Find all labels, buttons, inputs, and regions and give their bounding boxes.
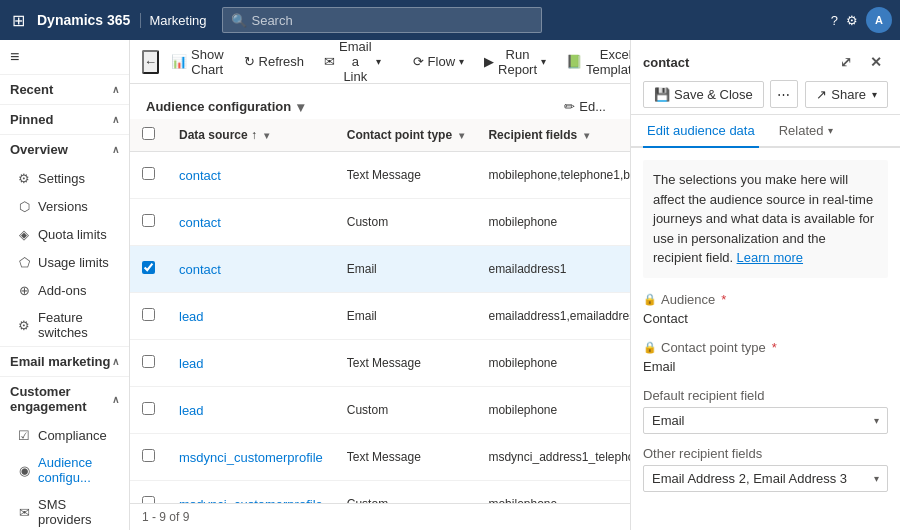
user-avatar[interactable]: A <box>866 7 892 33</box>
share-button[interactable]: ↗ Share ▾ <box>805 81 888 108</box>
sidebar-item-compliance[interactable]: ☑ Compliance <box>0 421 129 449</box>
col-contact-point[interactable]: Contact point type ▾ <box>335 119 477 152</box>
row-checkbox-cell[interactable] <box>130 293 167 340</box>
row-checkbox-cell[interactable] <box>130 340 167 387</box>
sidebar-recent-header[interactable]: Recent ∧ <box>0 74 129 104</box>
flow-button[interactable]: ⟳ Flow ▾ <box>405 49 472 74</box>
default-recipient-dropdown[interactable]: Email ▾ <box>643 407 888 434</box>
recipient-fields-cell: mobilephone,telephone1,busin... <box>476 152 630 199</box>
other-recipient-label: Other recipient fields <box>643 446 888 461</box>
row-checkbox[interactable] <box>142 355 155 368</box>
email-link-button[interactable]: ✉ Email a Link ▾ <box>316 40 389 89</box>
data-source-link[interactable]: contact <box>179 262 221 277</box>
table-row[interactable]: contact Custom mobilephone A # admi... <box>130 199 630 246</box>
sidebar-item-settings[interactable]: ⚙ Settings <box>0 164 129 192</box>
report-icon: ▶ <box>484 54 494 69</box>
learn-more-link[interactable]: Learn more <box>737 250 803 265</box>
row-checkbox[interactable] <box>142 214 155 227</box>
row-checkbox[interactable] <box>142 261 155 274</box>
sidebar-item-feature-switches[interactable]: ⚙ Feature switches <box>0 304 129 346</box>
sidebar-item-addons[interactable]: ⊕ Add-ons <box>0 276 129 304</box>
row-checkbox[interactable] <box>142 449 155 462</box>
data-source-link[interactable]: msdynci_customerprofile <box>179 450 323 465</box>
row-checkbox-cell[interactable] <box>130 434 167 481</box>
expand-icon[interactable]: ⤢ <box>834 50 858 74</box>
table-row[interactable]: lead Custom mobilephone A # admi... <box>130 387 630 434</box>
sidebar-email-header[interactable]: Email marketing ∧ <box>0 346 129 376</box>
overview-chevron: ∧ <box>112 144 119 155</box>
help-icon[interactable]: ? <box>831 13 838 28</box>
table-row[interactable]: contact Email emailaddress1 A # admi... <box>130 246 630 293</box>
audience-field-section: 🔒 Audience Contact <box>643 292 888 328</box>
show-chart-button[interactable]: 📊 Show Chart <box>163 42 232 82</box>
sidebar-customer-header[interactable]: Customer engagement ∧ <box>0 376 129 421</box>
audience-label: 🔒 Audience <box>643 292 888 307</box>
other-recipient-dropdown[interactable]: Email Address 2, Email Address 3 ▾ <box>643 465 888 492</box>
col-recipient-fields[interactable]: Recipient fields ▾ <box>476 119 630 152</box>
refresh-button[interactable]: ↻ Refresh <box>236 49 313 74</box>
usage-icon: ⬠ <box>16 254 32 270</box>
row-checkbox-cell[interactable] <box>130 246 167 293</box>
row-checkbox-cell[interactable] <box>130 199 167 246</box>
settings-icon[interactable]: ⚙ <box>846 13 858 28</box>
sidebar-item-usage[interactable]: ⬠ Usage limits <box>0 248 129 276</box>
table-row[interactable]: lead Text Message mobilephone A # admi..… <box>130 340 630 387</box>
save-close-button[interactable]: 💾 Save & Close <box>643 81 764 108</box>
sidebar-overview-header[interactable]: Overview ∧ <box>0 134 129 164</box>
row-checkbox-cell[interactable] <box>130 387 167 434</box>
content-area: ← 📊 Show Chart ↻ Refresh ✉ Email a Link … <box>130 40 630 530</box>
row-checkbox[interactable] <box>142 167 155 180</box>
table-row[interactable]: contact Text Message mobilephone,telepho… <box>130 152 630 199</box>
data-source-link[interactable]: contact <box>179 215 221 230</box>
share-icon: ↗ <box>816 87 827 102</box>
sidebar-pinned-header[interactable]: Pinned ∧ <box>0 104 129 134</box>
search-box[interactable]: 🔍 Search <box>222 7 542 33</box>
recipient-fields-cell: mobilephone <box>476 340 630 387</box>
contact-point-value: Email <box>643 357 888 376</box>
edit-button[interactable]: ✏ Ed... <box>556 94 614 119</box>
data-source-cell: msdynci_customerprofile <box>167 481 335 504</box>
data-source-link[interactable]: contact <box>179 168 221 183</box>
run-report-button[interactable]: ▶ Run Report ▾ <box>476 42 554 82</box>
table-row[interactable]: lead Email emailaddress1,emailaddress2,e… <box>130 293 630 340</box>
tab-related[interactable]: Related ▾ <box>775 115 837 148</box>
sidebar: ≡ Recent ∧ Pinned ∧ Overview ∧ ⚙ Setting… <box>0 40 130 530</box>
row-checkbox[interactable] <box>142 402 155 415</box>
more-options-button[interactable]: ⋯ <box>770 80 798 108</box>
sort-icon-2: ▾ <box>459 130 464 141</box>
sidebar-item-sms[interactable]: ✉ SMS providers <box>0 491 129 530</box>
top-bar-right: ? ⚙ A <box>831 7 892 33</box>
contact-point-cell: Custom <box>335 387 477 434</box>
sidebar-settings-label: Settings <box>38 171 85 186</box>
select-all-checkbox[interactable] <box>142 127 155 140</box>
dropdown-chevron-1: ▾ <box>874 415 879 426</box>
back-button[interactable]: ← <box>142 50 159 74</box>
select-all-header[interactable] <box>130 119 167 152</box>
col-data-source[interactable]: Data source ↑ ▾ <box>167 119 335 152</box>
top-bar: ⊞ Dynamics 365 Marketing 🔍 Search ? ⚙ A <box>0 0 900 40</box>
email-link-chevron: ▾ <box>376 56 381 67</box>
excel-templates-button[interactable]: 📗 Excel Templates ▾ <box>558 42 630 82</box>
row-checkbox[interactable] <box>142 308 155 321</box>
sidebar-hamburger[interactable]: ≡ <box>0 40 129 74</box>
contact-point-cell: Custom <box>335 199 477 246</box>
data-source-link[interactable]: lead <box>179 403 204 418</box>
close-icon[interactable]: ✕ <box>864 50 888 74</box>
row-checkbox[interactable] <box>142 496 155 503</box>
row-checkbox-cell[interactable] <box>130 481 167 504</box>
quota-icon: ◈ <box>16 226 32 242</box>
data-source-link[interactable]: lead <box>179 309 204 324</box>
row-checkbox-cell[interactable] <box>130 152 167 199</box>
table-row[interactable]: msdynci_customerprofile Custom mobilepho… <box>130 481 630 504</box>
share-chevron: ▾ <box>872 89 877 100</box>
sidebar-item-audience[interactable]: ◉ Audience configu... <box>0 449 129 491</box>
default-recipient-label: Default recipient field <box>643 388 888 403</box>
sidebar-item-quota[interactable]: ◈ Quota limits <box>0 220 129 248</box>
page-title-chevron[interactable]: ▾ <box>297 99 304 115</box>
table-row[interactable]: msdynci_customerprofile Text Message msd… <box>130 434 630 481</box>
waffle-icon[interactable]: ⊞ <box>8 7 29 34</box>
panel-header-icons: ⤢ ✕ <box>834 50 888 74</box>
data-source-link[interactable]: lead <box>179 356 204 371</box>
sidebar-item-versions[interactable]: ⬡ Versions <box>0 192 129 220</box>
tab-edit-audience[interactable]: Edit audience data <box>643 115 759 148</box>
